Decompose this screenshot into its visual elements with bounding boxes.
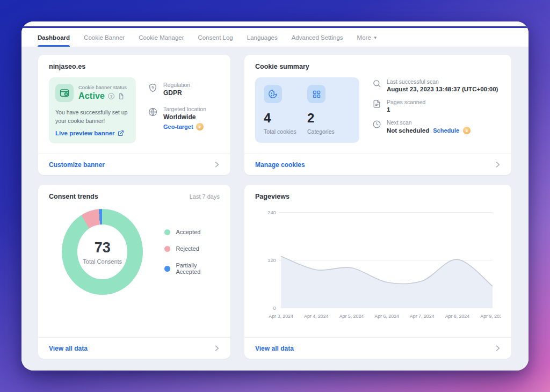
y-axis-label: 120 [267, 258, 276, 263]
globe-icon [148, 107, 158, 130]
meta-column: Regulation GDPR [148, 77, 206, 143]
x-axis-label: Apr 6, 2024 [374, 314, 399, 319]
banner-row: Cookie banner status Active ? [49, 77, 220, 143]
chevron-right-icon [494, 161, 502, 169]
location-texts: Targeted location Worldwide Geo-target ♛ [163, 106, 206, 130]
legend-label: Accepted [176, 229, 200, 235]
page-icon [372, 99, 381, 113]
legend-dot [164, 229, 170, 235]
tab-bar: Dashboard Cookie Banner Cookie Manager C… [21, 28, 529, 47]
pages-scanned-value: 1 [387, 106, 425, 113]
tab-more[interactable]: More▼ [357, 28, 378, 47]
dashboard-body: ninjaseo.es [21, 47, 529, 371]
scan-info-column: Last successful scan August 23, 2023 13:… [372, 77, 501, 143]
tab-label: More [357, 34, 371, 41]
total-cookies-stat: 4 Total cookies [264, 85, 307, 135]
pageviews-main: Pageviews 0120240Apr 3, 2024Apr 4, 2024A… [244, 185, 511, 337]
live-preview-link[interactable]: Live preview banner [55, 130, 129, 136]
customize-banner-label: Customize banner [49, 161, 105, 169]
total-consents-value: 73 [95, 239, 111, 256]
window-top-strip [21, 21, 529, 26]
trends-header: Consent trends Last 7 days [49, 193, 220, 200]
x-axis-label: Apr 8, 2024 [445, 314, 470, 319]
categories-grid-icon [307, 85, 325, 103]
x-axis-label: Apr 4, 2024 [304, 314, 329, 319]
status-value-row: Active ? [78, 91, 127, 101]
period-label: Last 7 days [190, 193, 220, 200]
view-consent-data-footer[interactable]: View all data [38, 337, 230, 359]
chevron-right-icon [213, 161, 221, 169]
tab-label: Cookie Manager [139, 34, 184, 41]
next-scan-label: Next scan [387, 119, 471, 126]
site-card: ninjaseo.es [38, 55, 230, 175]
legend-dot [164, 266, 170, 272]
last-scan-value: August 23, 2023 13:48:37 (UTC+00:00) [387, 86, 498, 92]
tab-advanced-settings[interactable]: Advanced Settings [292, 28, 343, 47]
tab-dashboard[interactable]: Dashboard [38, 28, 70, 47]
status-texts: Cookie banner status Active ? [78, 84, 127, 101]
tab-label: Consent Log [198, 34, 233, 41]
tab-label: Languages [247, 34, 278, 41]
total-cookies-label: Total cookies [264, 128, 307, 135]
total-consents-label: Total Consents [83, 258, 122, 265]
location-label: Targeted location [163, 106, 206, 112]
tab-languages[interactable]: Languages [247, 28, 278, 47]
x-axis-label: Apr 3, 2024 [269, 314, 293, 319]
legend-label: Partially Accepted [176, 262, 220, 275]
total-cookies-value: 4 [264, 111, 307, 126]
caret-down-icon: ▼ [373, 35, 378, 40]
status-success-text: You have successfully set up your cookie… [55, 108, 129, 126]
next-scan-row: Next scan Not scheduled Schedule ♛ [372, 119, 501, 134]
chevron-right-icon [494, 344, 502, 352]
y-axis-label: 240 [267, 210, 276, 215]
status-head: Cookie banner status Active ? [55, 84, 129, 102]
chevron-right-icon [213, 344, 221, 352]
status-value: Active [78, 91, 105, 101]
tab-label: Dashboard [38, 34, 70, 41]
last-scan-row: Last successful scan August 23, 2023 13:… [372, 78, 501, 92]
pageviews-card: Pageviews 0120240Apr 3, 2024Apr 4, 2024A… [244, 185, 511, 359]
view-pageviews-data-footer[interactable]: View all data [244, 337, 511, 359]
legend-label: Rejected [176, 245, 199, 252]
pageviews-chart: 0120240Apr 3, 2024Apr 4, 2024Apr 5, 2024… [255, 205, 501, 326]
categories-stat: 2 Categories [307, 85, 351, 135]
tab-label: Advanced Settings [292, 34, 343, 41]
pages-scanned-row: Pages scanned 1 [372, 99, 501, 113]
pages-scanned-texts: Pages scanned 1 [387, 99, 425, 113]
customize-banner-footer[interactable]: Customize banner [38, 154, 230, 175]
next-scan-value: Not scheduled [387, 127, 429, 134]
summary-row: 4 Total cookies [255, 77, 501, 143]
banner-icon [55, 84, 74, 102]
geo-target-row: Geo-target ♛ [163, 123, 206, 130]
consent-trends-main: Consent trends Last 7 days 73 Total Cons… [38, 185, 230, 337]
manage-cookies-footer[interactable]: Manage cookies [244, 154, 511, 175]
schedule-link[interactable]: Schedule [433, 127, 459, 134]
x-axis-label: Apr 9, 2024 [480, 314, 501, 319]
regulation-value: GDPR [163, 89, 190, 97]
regulation-block: Regulation GDPR [148, 82, 206, 97]
cookie-icon [264, 85, 282, 103]
tab-cookie-banner[interactable]: Cookie Banner [84, 28, 125, 47]
tab-cookie-manager[interactable]: Cookie Manager [139, 28, 184, 47]
geo-target-link[interactable]: Geo-target [163, 124, 193, 130]
consent-donut: 73 Total Consents [62, 209, 143, 295]
clock-icon [372, 120, 381, 134]
search-icon [372, 79, 381, 92]
legend-item: Rejected [164, 245, 220, 252]
pageviews-title: Pageviews [255, 193, 501, 200]
shield-star-icon [148, 83, 158, 97]
install-code-icon[interactable] [118, 93, 125, 100]
banner-status-panel: Cookie banner status Active ? [49, 77, 136, 143]
tab-consent-log[interactable]: Consent Log [198, 28, 233, 47]
help-icon[interactable]: ? [108, 93, 114, 99]
legend-dot [164, 246, 170, 252]
consent-trends-card: Consent trends Last 7 days 73 Total Cons… [38, 185, 230, 359]
location-value: Worldwide [163, 113, 206, 121]
site-card-main: ninjaseo.es [38, 55, 230, 154]
consent-legend: AcceptedRejectedPartially Accepted [164, 229, 220, 275]
cookie-summary-card: Cookie summary [244, 55, 511, 175]
categories-label: Categories [307, 128, 351, 135]
last-scan-texts: Last successful scan August 23, 2023 13:… [387, 78, 498, 92]
next-scan-texts: Next scan Not scheduled Schedule ♛ [387, 119, 471, 134]
premium-crown-badge: ♛ [196, 123, 204, 130]
